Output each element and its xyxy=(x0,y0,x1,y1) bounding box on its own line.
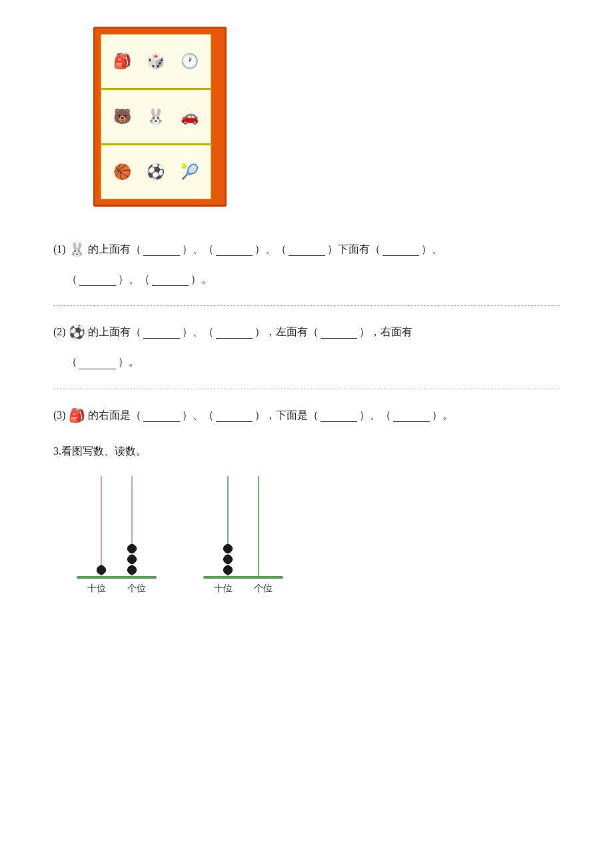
abacus1-ones-label: 个位 xyxy=(127,583,147,595)
abacus1-tens-line xyxy=(101,476,102,576)
divider-1 xyxy=(53,305,560,306)
q3-blank2[interactable] xyxy=(216,409,253,422)
abacus2-tens-rod xyxy=(223,476,233,576)
bead xyxy=(223,555,233,564)
q1-blank4[interactable] xyxy=(382,243,419,256)
q3-sep2: ），下面是（ xyxy=(255,403,318,428)
shelf2-item3: 🚗 xyxy=(181,109,199,124)
page: 🎒 🎲 🕐 🐻 🐰 🚗 🏀 ⚽ 🎾 xyxy=(0,0,613,621)
abacus2-ones-line xyxy=(258,476,259,576)
q2-blank4[interactable] xyxy=(79,356,116,369)
q2-blank2[interactable] xyxy=(216,325,253,339)
shelf3-item3: 🎾 xyxy=(181,165,199,179)
q1-sep3: ）下面有（ xyxy=(327,237,380,262)
q3-blank1[interactable] xyxy=(143,409,180,422)
abacus2-tens-label: 十位 xyxy=(213,583,233,595)
q1-line1: (1) 🐰 的上面有（）、（）、（）下面有（）、 xyxy=(53,233,560,265)
q1-line2: （）、（）。 xyxy=(53,267,560,292)
question-1: (1) 🐰 的上面有（）、（）、（）下面有（）、 （）、（）。 xyxy=(53,233,560,292)
q1-sep6: ）。 xyxy=(191,267,212,292)
abacus1-base xyxy=(77,576,157,579)
q3-sep4: ）。 xyxy=(432,403,453,428)
q1-label: (1) xyxy=(53,237,66,262)
shelf2-item1: 🐻 xyxy=(113,109,131,124)
q2-sep1: ）、（ xyxy=(182,319,214,345)
q1-text-part2: （ xyxy=(67,267,77,292)
q3-blank4[interactable] xyxy=(393,409,430,422)
q2-sep4: ）。 xyxy=(118,349,139,375)
cabinet-section: 🎒 🎲 🕐 🐻 🐰 🚗 🏀 ⚽ 🎾 xyxy=(53,27,560,213)
abacus-area: 十位 个位 xyxy=(53,469,560,595)
q1-sep2: ）、（ xyxy=(255,237,287,262)
shelf3-item2: ⚽ xyxy=(147,165,165,179)
abacus2-ones-label: 个位 xyxy=(253,583,273,595)
bead xyxy=(223,544,233,553)
q2-line2: （）。 xyxy=(53,349,560,375)
shelf-1: 🎒 🎲 🕐 xyxy=(101,35,211,90)
bead xyxy=(127,555,137,564)
abacus1-tens-beads xyxy=(97,565,106,575)
abacus1-ones-beads xyxy=(127,544,137,575)
q1-icon: 🐰 xyxy=(69,233,85,265)
abacus2-tens-beads xyxy=(223,544,233,575)
q3-blank3[interactable] xyxy=(320,409,357,422)
q1-sep4: ）、 xyxy=(421,237,442,262)
q1-sep5: ）、（ xyxy=(118,267,150,292)
bead xyxy=(97,565,106,575)
q2-text-part1: 的上面有（ xyxy=(88,319,141,345)
abacus-2: 十位 个位 xyxy=(200,469,287,595)
shelf-3: 🏀 ⚽ 🎾 xyxy=(101,145,211,199)
questions-section: (1) 🐰 的上面有（）、（）、（）下面有（）、 （）、（）。 (2) ⚽ 的上… xyxy=(53,233,560,431)
abacus1-tens-label: 十位 xyxy=(87,583,107,595)
q2-blank1[interactable] xyxy=(143,325,180,339)
q2-label: (2) xyxy=(53,319,66,345)
q2-text-part2: （ xyxy=(67,349,77,375)
question-3: (3) 🎒 的右面是（）、（），下面是（）、（）。 xyxy=(53,399,560,431)
abacus2-ones-rod xyxy=(253,476,264,576)
bead xyxy=(223,565,233,575)
q2-blank3[interactable] xyxy=(320,325,357,339)
q3-label: (3) xyxy=(53,403,66,428)
q3-text-part1: 的右面是（ xyxy=(88,403,141,428)
cabinet-illustration: 🎒 🎲 🕐 🐻 🐰 🚗 🏀 ⚽ 🎾 xyxy=(93,27,240,213)
abacus2-base xyxy=(203,576,283,579)
bead xyxy=(127,565,137,575)
abacus1-labels: 十位 个位 xyxy=(77,583,157,595)
abacus2-frame xyxy=(203,469,283,576)
section3-title: 3.看图写数、读数。 xyxy=(53,445,560,459)
q3-line1: (3) 🎒 的右面是（）、（），下面是（）、（）。 xyxy=(53,399,560,431)
shelf2-item2: 🐰 xyxy=(147,109,165,124)
q2-line1: (2) ⚽ 的上面有（）、（），左面有（），右面有 xyxy=(53,316,560,348)
abacus-1: 十位 个位 xyxy=(73,469,160,595)
q1-blank6[interactable] xyxy=(152,273,189,286)
q2-sep3: ），右面有 xyxy=(359,319,412,345)
shelf3-item1: 🏀 xyxy=(113,165,131,179)
shelf-2: 🐻 🐰 🚗 xyxy=(101,90,211,145)
q3-sep1: ）、（ xyxy=(182,403,214,428)
q1-blank3[interactable] xyxy=(289,243,325,256)
q2-sep2: ），左面有（ xyxy=(255,319,318,345)
q1-blank2[interactable] xyxy=(216,243,253,256)
q1-sep1: ）、（ xyxy=(182,237,214,262)
abacus1-frame xyxy=(77,469,157,576)
q3-sep3: ）、（ xyxy=(359,403,391,428)
question-2: (2) ⚽ 的上面有（）、（），左面有（），右面有 （）。 xyxy=(53,316,560,375)
abacus2-labels: 十位 个位 xyxy=(203,583,283,595)
abacus1-tens-rod xyxy=(96,476,107,576)
abacus1-ones-rod xyxy=(127,476,137,576)
q1-blank1[interactable] xyxy=(143,243,180,256)
q2-icon: ⚽ xyxy=(69,316,85,348)
shelf1-item1: 🎒 xyxy=(113,54,131,69)
section3: 3.看图写数、读数。 xyxy=(53,445,560,595)
bead xyxy=(127,544,137,553)
q3-icon: 🎒 xyxy=(69,399,85,431)
q1-blank5[interactable] xyxy=(79,273,116,286)
q1-text-part1: 的上面有（ xyxy=(88,237,141,262)
shelf1-item2: 🎲 xyxy=(147,54,165,69)
divider-2 xyxy=(53,389,560,389)
shelf1-item3: 🕐 xyxy=(181,54,199,69)
